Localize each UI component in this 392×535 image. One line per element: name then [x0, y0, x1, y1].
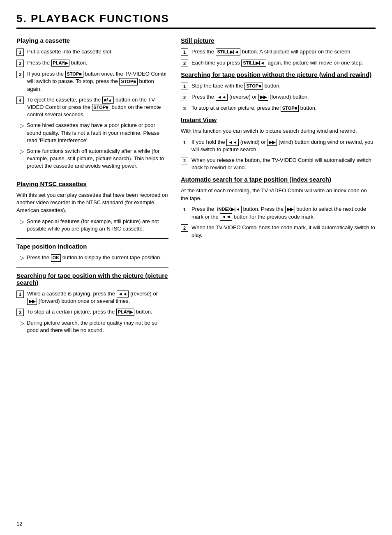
playing-cassette-step-4: 4 To eject the cassette, press the ■/▲ b…	[16, 96, 168, 119]
as-step-num-1: 1	[181, 206, 188, 213]
still-picture-section: Still picture 1 Press the STILL▶|◄ butto…	[181, 37, 376, 67]
page-number: 12	[16, 521, 22, 527]
iv-step-1: 1 If you hold the ◄◄ (rewind) or ▶▶ (win…	[181, 138, 376, 153]
still-picture-steps: 1 Press the STILL▶|◄ button. A still pic…	[181, 48, 376, 67]
step-num-4: 4	[16, 97, 24, 104]
tape-position-note-text: Press the OK button to display the curre…	[27, 254, 168, 261]
still-picture-title: Still picture	[181, 37, 376, 44]
iv-step-2: 2 When you release the button, the TV-VI…	[181, 157, 376, 171]
auto-search-section: Automatic search for a tape position (in…	[181, 176, 376, 239]
forward-button-label-ps: ▶▶	[27, 298, 37, 305]
auto-search-para: At the start of each recording, the TV-V…	[181, 187, 376, 203]
note-arrow-icon-1: ▷	[20, 122, 24, 129]
rewind-button-label-ps: ◄◄	[117, 291, 129, 297]
sp-step-num-2: 2	[181, 60, 188, 67]
sp-step-num-1: 1	[181, 48, 188, 56]
as-step-text-2: When the TV-VIDEO Combi finds the code m…	[191, 224, 376, 239]
step-num-3: 3	[16, 71, 24, 78]
playing-cassette-section: Playing a cassette 1 Put a cassette into…	[16, 37, 168, 170]
twp-step-num-1: 1	[181, 83, 188, 90]
iv-step-num-2: 2	[181, 157, 188, 164]
tape-position-note: ▷ Press the OK button to display the cur…	[20, 254, 168, 261]
title-divider	[16, 28, 376, 29]
page-title: 5. PLAYBACK FUNCTIONS	[16, 12, 376, 25]
ps-step-num-2: 2	[16, 309, 24, 316]
playing-cassette-step-2: 2 Press the PLAY▶ button.	[16, 59, 168, 67]
as-step-text-1: Press the INDEX▶|◄ button. Press the ▶▶ …	[191, 205, 376, 221]
step-text-2: Press the PLAY▶ button.	[27, 59, 168, 67]
play-button-label: PLAY▶	[51, 60, 69, 67]
step-text-4: To eject the cassette, press the ■/▲ but…	[27, 96, 168, 119]
ntsc-divider	[16, 176, 168, 176]
note-arrow-icon-3: ▷	[20, 218, 24, 225]
twp-step-text-2: Press the ◄◄ (reverse) or ▶▶ (forward) b…	[191, 93, 376, 101]
ok-button-label: OK	[51, 254, 61, 261]
index-button-label: INDEX▶|◄	[216, 206, 242, 213]
step-text-3: If you press the STOP■ button once, the …	[27, 70, 168, 93]
picture-search-note-text: During picture search, the picture quali…	[27, 319, 168, 334]
instant-view-para: With this function you can switch to pic…	[181, 127, 376, 135]
tape-pos-divider	[16, 238, 168, 239]
forward-button-iv: ▶▶	[267, 139, 277, 146]
stop-button-label-twp: STOP■	[244, 83, 263, 90]
step-num-2: 2	[16, 60, 24, 67]
left-column: Playing a cassette 1 Put a cassette into…	[16, 37, 168, 338]
as-step-1: 1 Press the INDEX▶|◄ button. Press the ▶…	[181, 205, 376, 221]
note-arrow-icon-5: ▷	[20, 320, 24, 326]
play-button-label-ps: PLAY▶	[116, 309, 134, 316]
playing-cassette-title: Playing a cassette	[16, 37, 168, 44]
picture-search-step-2: 2 To stop at a certain picture, press th…	[16, 308, 168, 316]
playing-cassette-note-text-1: Some hired cassettes may have a poor pic…	[27, 122, 168, 144]
twp-step-num-2: 2	[181, 94, 188, 101]
picture-search-section: Searching for tape position with the pic…	[16, 272, 168, 334]
right-column: Still picture 1 Press the STILL▶|◄ butto…	[181, 37, 376, 338]
playing-cassette-step-1: 1 Put a cassette into the cassette slot.	[16, 48, 168, 56]
tape-without-picture-steps: 1 Stop the tape with the STOP■ button. 2…	[181, 82, 376, 112]
still-picture-step-1: 1 Press the STILL▶|◄ button. A still pic…	[181, 48, 376, 56]
playing-cassette-note-2: ▷ Some functions switch off automaticall…	[20, 148, 168, 170]
as-step-num-2: 2	[181, 224, 188, 232]
playing-cassette-step-3: 3 If you press the STOP■ button once, th…	[16, 70, 168, 93]
playing-ntsc-note: ▷ Some special features (for example, st…	[20, 218, 168, 233]
auto-search-title: Automatic search for a tape position (in…	[181, 176, 376, 183]
picture-search-title: Searching for tape position with the pic…	[16, 272, 168, 286]
iv-step-num-1: 1	[181, 139, 188, 146]
as-step-2: 2 When the TV-VIDEO Combi finds the code…	[181, 224, 376, 239]
ps-step-text-2: To stop at a certain picture, press the …	[27, 308, 168, 316]
picture-search-note: ▷ During picture search, the picture qua…	[20, 319, 168, 334]
twp-step-2: 2 Press the ◄◄ (reverse) or ▶▶ (forward)…	[181, 93, 376, 101]
iv-step-text-2: When you release the button, the TV-VIDE…	[191, 157, 376, 171]
ps-step-text-1: While a cassette is playing, press the ◄…	[27, 290, 168, 305]
picture-search-divider	[16, 268, 168, 268]
playing-cassette-note-1: ▷ Some hired cassettes may have a poor p…	[20, 122, 168, 144]
twp-step-num-3: 3	[181, 105, 188, 112]
step-num-1: 1	[16, 48, 24, 56]
playing-ntsc-note-text: Some special features (for example, stil…	[27, 218, 168, 233]
tape-position-title: Tape position indication	[16, 243, 168, 250]
twp-step-text-3: To stop at a certain picture, press the …	[191, 104, 376, 112]
playing-ntsc-section: Playing NTSC cassettes With this set you…	[16, 180, 168, 233]
stop-button-label-b: STOP■	[119, 78, 137, 85]
note-arrow-icon-4: ▷	[20, 254, 24, 261]
tape-position-section: Tape position indication ▷ Press the OK …	[16, 243, 168, 261]
iv-step-text-1: If you hold the ◄◄ (rewind) or ▶▶ (wind)…	[191, 138, 376, 153]
still-button-label-a: STILL▶|◄	[216, 48, 241, 55]
playing-cassette-steps: 1 Put a cassette into the cassette slot.…	[16, 48, 168, 118]
playing-cassette-note-text-2: Some functions switch off automatically …	[27, 148, 168, 170]
sp-step-text-2: Each time you press STILL▶|◄ again, the …	[191, 59, 376, 67]
instant-view-steps: 1 If you hold the ◄◄ (rewind) or ▶▶ (win…	[181, 138, 376, 172]
twp-step-1: 1 Stop the tape with the STOP■ button.	[181, 82, 376, 90]
forward-button-label-twp: ▶▶	[258, 94, 268, 101]
playing-ntsc-para: With this set you can play cassettes tha…	[16, 191, 168, 215]
playing-ntsc-title: Playing NTSC cassettes	[16, 180, 168, 187]
twp-step-text-1: Stop the tape with the STOP■ button.	[191, 82, 376, 90]
sp-step-text-1: Press the STILL▶|◄ button. A still pictu…	[191, 48, 376, 55]
stop-button-label-c: STOP■	[92, 104, 110, 111]
still-button-label-b: STILL▶|◄	[241, 60, 266, 67]
forward-button-as: ▶▶	[285, 206, 295, 213]
ps-step-num-1: 1	[16, 291, 24, 298]
instant-view-section: Instant View With this function you can …	[181, 116, 376, 172]
stop-button-label-a: STOP■	[65, 71, 83, 78]
picture-search-steps: 1 While a cassette is playing, press the…	[16, 290, 168, 316]
picture-search-step-1: 1 While a cassette is playing, press the…	[16, 290, 168, 305]
